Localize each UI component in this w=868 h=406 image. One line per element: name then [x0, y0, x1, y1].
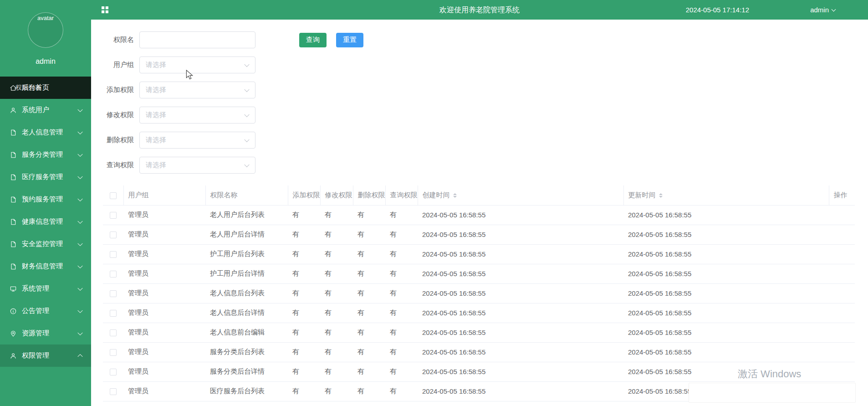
avatar: avatar	[28, 12, 63, 48]
cell-updated: 2024-05-05 16:58:55	[623, 264, 829, 283]
sidebar-menu-item[interactable]: 医疗服务管理	[0, 166, 91, 188]
col-edit: 修改权限	[320, 185, 353, 205]
cell-created: 2024-05-05 16:58:55	[418, 303, 623, 323]
doc-icon	[10, 196, 17, 203]
cell-query: 有	[385, 264, 418, 283]
chevron-down-icon	[77, 107, 82, 112]
cell-permission-name: 老人用户后台详情	[205, 225, 288, 244]
sort-icon[interactable]	[453, 191, 457, 200]
cell-created: 2024-05-05 16:58:55	[418, 264, 623, 283]
select-placeholder: 请选择	[146, 111, 166, 119]
cell-edit: 有	[320, 323, 353, 342]
chevron-down-icon	[77, 330, 82, 335]
col-updated: 更新时间	[623, 185, 829, 205]
filter-row: 修改权限 请选择	[91, 107, 363, 123]
cell-actions	[829, 323, 855, 342]
row-checkbox[interactable]	[110, 290, 117, 297]
row-checkbox[interactable]	[110, 369, 117, 375]
sidebar-menu-item-label: 系统用户	[22, 106, 49, 114]
sidebar-menu-item[interactable]: 服务分类管理	[0, 144, 91, 166]
sidebar-menu-item[interactable]: 后台首页	[0, 77, 91, 99]
sort-icon[interactable]	[659, 191, 663, 200]
cell-updated: 2024-05-05 16:58:55	[623, 323, 829, 342]
cell-actions	[829, 244, 855, 264]
row-checkbox[interactable]	[110, 329, 117, 336]
filter-select[interactable]: 请选择	[139, 57, 255, 73]
overlay-box	[689, 383, 856, 403]
sidebar-username: admin	[0, 57, 91, 66]
menu-grid-icon[interactable]	[101, 6, 109, 14]
filter-row: 查询权限 请选择	[91, 157, 363, 174]
permission-name-input[interactable]	[139, 31, 255, 48]
row-checkbox[interactable]	[110, 388, 117, 395]
cell-add: 有	[288, 244, 320, 264]
chevron-down-icon	[77, 196, 82, 201]
cell-updated: 2024-05-05 16:58:55	[623, 283, 829, 303]
table-header-row: 用户组 权限名称 添加权限 修改权限 删除权限 查询权限 创建时间 更新时间 操…	[103, 185, 855, 205]
search-button[interactable]: 查询	[299, 33, 327, 47]
sidebar-menu-item[interactable]: 老人信息管理	[0, 121, 91, 144]
cell-created: 2024-05-05 16:58:55	[418, 342, 623, 362]
cell-query: 有	[385, 205, 418, 225]
cell-query: 有	[385, 342, 418, 362]
reset-button[interactable]: 重置	[336, 33, 363, 47]
filter-row: 删除权限 请选择	[91, 132, 363, 149]
sidebar-menu-item[interactable]: 权限管理	[0, 344, 91, 367]
row-checkbox[interactable]	[110, 231, 117, 238]
select-all-checkbox[interactable]	[110, 192, 117, 199]
filter-label: 查询权限	[91, 161, 139, 170]
cell-created: 2024-05-05 16:58:55	[418, 323, 623, 342]
cell-add: 有	[288, 362, 320, 381]
cell-permission-name: 老人信息后台详情	[205, 303, 288, 323]
cell-add: 有	[288, 205, 320, 225]
cell-actions	[829, 303, 855, 323]
cell-add: 有	[288, 225, 320, 244]
sidebar-menu-item-label: 资源管理	[22, 329, 49, 338]
cell-delete: 有	[353, 225, 385, 244]
user-dropdown[interactable]: admin	[810, 0, 835, 20]
cell-edit: 有	[320, 342, 353, 362]
filter-select[interactable]: 请选择	[139, 82, 255, 98]
sidebar-menu-item[interactable]: 资源管理	[0, 322, 91, 344]
chevron-down-icon	[77, 241, 82, 246]
cell-group: 管理员	[123, 225, 205, 244]
row-checkbox[interactable]	[110, 310, 117, 317]
cell-created: 2024-05-05 16:58:55	[418, 225, 623, 244]
cell-delete: 有	[353, 244, 385, 264]
filter-select[interactable]: 请选择	[139, 157, 255, 174]
info-icon	[10, 308, 17, 315]
chevron-down-icon	[832, 7, 836, 12]
filter-select[interactable]: 请选择	[139, 132, 255, 149]
sidebar-menu-item[interactable]: 系统用户	[0, 99, 91, 121]
table-row: 管理员 护工用户后台详情 有 有 有 有 2024-05-05 16:58:55…	[103, 264, 855, 283]
row-checkbox[interactable]	[110, 271, 117, 278]
sidebar-profile: avatar admin	[0, 0, 91, 77]
filter-label: 添加权限	[91, 86, 139, 94]
row-checkbox[interactable]	[110, 349, 117, 356]
cell-updated: 2024-05-05 16:58:55	[623, 225, 829, 244]
col-group: 用户组	[123, 185, 205, 205]
cell-actions	[829, 283, 855, 303]
cell-query: 有	[385, 362, 418, 381]
filter-select[interactable]: 请选择	[139, 107, 255, 123]
table-row: 管理员 服务分类后台列表 有 有 有 有 2024-05-05 16:58:55…	[103, 342, 855, 362]
sidebar-menu-item[interactable]: 系统管理	[0, 278, 91, 300]
sidebar-menu-item[interactable]: 财务信息管理	[0, 255, 91, 278]
row-checkbox[interactable]	[110, 212, 117, 219]
col-add: 添加权限	[288, 185, 320, 205]
cell-query: 有	[385, 303, 418, 323]
sidebar-menu-item[interactable]: 健康信息管理	[0, 211, 91, 233]
sidebar-menu: 后台首页 系统用户 老人信息管理 服务分类管理 医疗服务管理 预约服务管理 健康…	[0, 77, 91, 367]
sidebar-menu-item[interactable]: 安全监控管理	[0, 233, 91, 255]
table-row: 管理员 老人用户后台列表 有 有 有 有 2024-05-05 16:58:55…	[103, 205, 855, 225]
cell-add: 有	[288, 283, 320, 303]
cell-group: 管理员	[123, 244, 205, 264]
sidebar-menu-item[interactable]: 公告管理	[0, 300, 91, 322]
sidebar-menu-item[interactable]: 预约服务管理	[0, 188, 91, 211]
cell-permission-name: 护工用户后台详情	[205, 264, 288, 283]
cell-permission-name: 服务分类后台列表	[205, 342, 288, 362]
sidebar-menu-item-label: 医疗服务管理	[22, 173, 63, 181]
row-checkbox[interactable]	[110, 251, 117, 258]
cell-permission-name: 老人信息前台编辑	[205, 323, 288, 342]
filter-row: 添加权限 请选择	[91, 82, 363, 98]
